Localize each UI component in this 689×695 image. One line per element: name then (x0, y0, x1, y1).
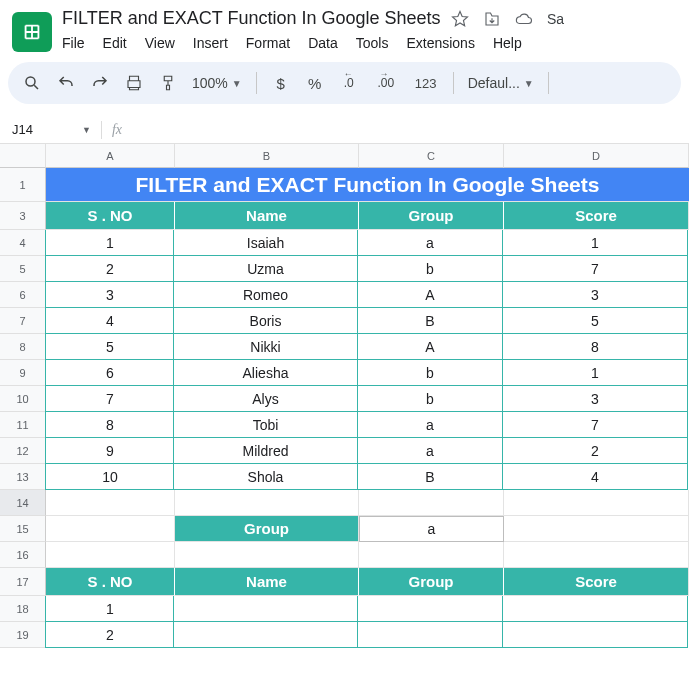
cell[interactable]: Boris (174, 308, 358, 334)
cell[interactable] (175, 490, 359, 516)
cell[interactable]: 5 (503, 308, 688, 334)
cell[interactable] (359, 490, 504, 516)
cell[interactable]: 9 (45, 438, 174, 464)
cell[interactable] (358, 622, 503, 648)
cell[interactable] (504, 542, 689, 568)
cell[interactable]: b (358, 386, 503, 412)
row-header[interactable]: 6 (0, 282, 46, 308)
cell[interactable] (174, 622, 358, 648)
cell[interactable]: 1 (503, 360, 688, 386)
cell[interactable]: Uzma (174, 256, 358, 282)
decrease-decimal-icon[interactable]: .0← (339, 73, 359, 93)
cell[interactable]: 2 (45, 256, 174, 282)
menu-view[interactable]: View (145, 35, 175, 51)
row-header[interactable]: 3 (0, 202, 46, 230)
cell[interactable]: 2 (503, 438, 688, 464)
cell[interactable]: 1 (503, 230, 688, 256)
star-icon[interactable] (451, 10, 469, 28)
increase-decimal-icon[interactable]: .00→ (373, 73, 399, 93)
namebox-chevron-icon[interactable]: ▼ (72, 125, 101, 135)
zoom-select[interactable]: 100%▼ (192, 75, 242, 91)
header-cell[interactable]: Name (175, 568, 359, 596)
cell[interactable]: 8 (503, 334, 688, 360)
menu-help[interactable]: Help (493, 35, 522, 51)
cell[interactable]: 4 (45, 308, 174, 334)
cell[interactable]: a (358, 230, 503, 256)
header-cell[interactable]: S . NO (46, 568, 175, 596)
menu-file[interactable]: File (62, 35, 85, 51)
col-header[interactable]: D (504, 144, 689, 168)
share-truncated[interactable]: Sa (547, 10, 565, 28)
col-header[interactable]: C (359, 144, 504, 168)
row-header[interactable]: 10 (0, 386, 46, 412)
header-cell[interactable]: Name (175, 202, 359, 230)
font-select[interactable]: Defaul...▼ (468, 75, 534, 91)
row-header[interactable]: 16 (0, 542, 46, 568)
title-cell[interactable]: FILTER and EXACT Function In Google Shee… (46, 168, 689, 202)
menu-format[interactable]: Format (246, 35, 290, 51)
row-header[interactable]: 17 (0, 568, 46, 596)
cell[interactable]: 7 (45, 386, 174, 412)
cell[interactable] (46, 516, 175, 542)
header-cell[interactable]: Score (504, 202, 689, 230)
menu-extensions[interactable]: Extensions (406, 35, 474, 51)
cell[interactable]: A (358, 282, 503, 308)
cell[interactable]: 3 (45, 282, 174, 308)
sheets-logo[interactable] (12, 12, 52, 52)
cell[interactable]: 7 (503, 412, 688, 438)
move-icon[interactable] (483, 10, 501, 28)
cell[interactable]: a (358, 412, 503, 438)
cell[interactable]: b (358, 256, 503, 282)
cell[interactable] (504, 516, 689, 542)
cell[interactable]: B (358, 464, 503, 490)
row-header[interactable]: 14 (0, 490, 46, 516)
cell[interactable] (175, 542, 359, 568)
cell[interactable] (358, 596, 503, 622)
currency-button[interactable]: $ (271, 73, 291, 93)
menu-data[interactable]: Data (308, 35, 338, 51)
cell[interactable]: 4 (503, 464, 688, 490)
search-icon[interactable] (22, 73, 42, 93)
row-header[interactable]: 7 (0, 308, 46, 334)
lookup-label-cell[interactable]: Group (175, 516, 359, 542)
header-cell[interactable]: Group (359, 202, 504, 230)
cell[interactable]: 1 (45, 230, 174, 256)
row-header[interactable]: 18 (0, 596, 46, 622)
header-cell[interactable]: Group (359, 568, 504, 596)
cloud-icon[interactable] (515, 10, 533, 28)
row-header[interactable]: 5 (0, 256, 46, 282)
number-format-button[interactable]: 123 (413, 73, 439, 93)
cell[interactable]: 3 (503, 282, 688, 308)
cell[interactable] (46, 542, 175, 568)
header-cell[interactable]: S . NO (46, 202, 175, 230)
cell[interactable]: 7 (503, 256, 688, 282)
menu-tools[interactable]: Tools (356, 35, 389, 51)
cell[interactable]: 6 (45, 360, 174, 386)
cell[interactable]: Nikki (174, 334, 358, 360)
row-header[interactable]: 1 (0, 168, 46, 202)
cell[interactable]: Romeo (174, 282, 358, 308)
menu-edit[interactable]: Edit (103, 35, 127, 51)
doc-title[interactable]: FILTER and EXACT Function In Google Shee… (62, 8, 441, 29)
row-header[interactable]: 19 (0, 622, 46, 648)
col-header[interactable]: A (46, 144, 175, 168)
row-header[interactable]: 4 (0, 230, 46, 256)
cell[interactable]: Mildred (174, 438, 358, 464)
select-all-corner[interactable] (0, 144, 46, 168)
paint-format-icon[interactable] (158, 73, 178, 93)
cell[interactable]: 2 (45, 622, 174, 648)
cell[interactable]: 3 (503, 386, 688, 412)
header-cell[interactable]: Score (504, 568, 689, 596)
row-header[interactable]: 9 (0, 360, 46, 386)
row-header[interactable]: 13 (0, 464, 46, 490)
row-header[interactable]: 15 (0, 516, 46, 542)
cell[interactable]: a (358, 438, 503, 464)
cell[interactable] (503, 622, 688, 648)
cell[interactable] (46, 490, 175, 516)
cell[interactable]: Shola (174, 464, 358, 490)
cell[interactable]: Aliesha (174, 360, 358, 386)
cell[interactable] (503, 596, 688, 622)
col-header[interactable]: B (175, 144, 359, 168)
cell[interactable]: b (358, 360, 503, 386)
cell[interactable]: B (358, 308, 503, 334)
